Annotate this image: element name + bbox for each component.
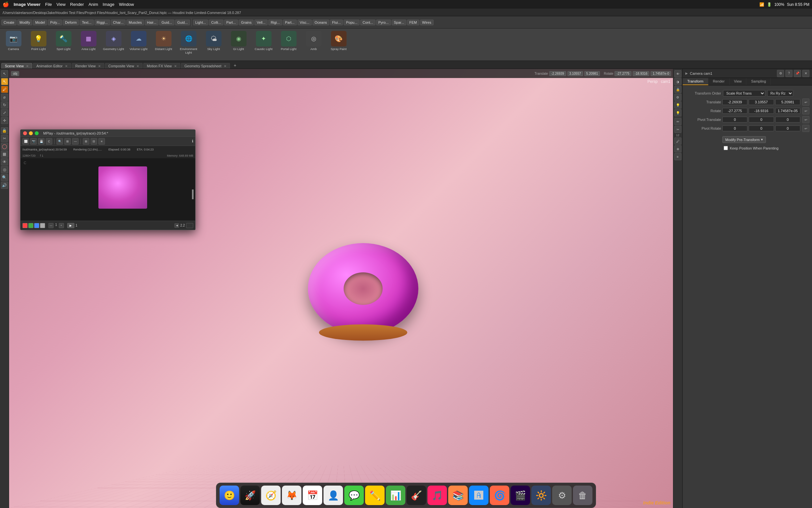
rotate-y[interactable]: -18.9316 xyxy=(633,71,649,76)
shelf-spotlight[interactable]: 🔦 Spot Light xyxy=(51,30,76,52)
btn-oceans[interactable]: Oceans xyxy=(313,19,329,25)
paint-tool[interactable]: 🖊 xyxy=(1,86,8,93)
mplay-quad[interactable]: ⊟ xyxy=(91,138,97,144)
btn-guid1[interactable]: Guid... xyxy=(159,19,174,25)
view-tool[interactable]: 👁 xyxy=(1,158,8,165)
shelf-camera[interactable]: 📷 Camera xyxy=(1,30,26,52)
btn-wires[interactable]: Wires xyxy=(420,19,434,25)
tab-scene-view[interactable]: Scene View ✕ xyxy=(1,63,32,69)
menu-file[interactable]: File xyxy=(45,2,52,7)
dock-firefox[interactable]: 🦊 xyxy=(282,485,301,505)
btn-part[interactable]: Part... xyxy=(224,19,238,25)
shelf-amb[interactable]: ◎ Amb xyxy=(301,30,326,52)
dock-lightroom[interactable]: 🔆 xyxy=(531,485,551,505)
translate-z[interactable]: 5.20981 xyxy=(584,71,600,76)
shelf-skylight[interactable]: 🌤 Sky Light xyxy=(201,30,226,52)
menu-view[interactable]: View xyxy=(56,2,65,7)
pivot-tz[interactable]: 0 xyxy=(775,117,800,123)
mplay-grey[interactable] xyxy=(40,223,45,228)
dock-frenzic[interactable]: 🌀 xyxy=(490,485,509,505)
mplay-step-fwd[interactable]: + xyxy=(59,223,64,228)
rotate-z-val[interactable]: 1.74587e-05 xyxy=(775,108,800,114)
dock-finder[interactable]: 🙂 xyxy=(220,485,239,505)
mplay-view-options[interactable] xyxy=(186,223,193,228)
pivot-rx[interactable]: 0 xyxy=(722,125,747,131)
menu-render[interactable]: Render xyxy=(70,2,84,7)
modify-pretransform-btn[interactable]: Modify Pre-Transform ▾ xyxy=(722,136,766,143)
vis-tool-10[interactable]: ⊕ xyxy=(674,145,681,153)
transform-order-dropdown[interactable]: Scale Rot Trans xyxy=(723,90,765,96)
curve-tool[interactable]: ◯ xyxy=(1,143,8,150)
btn-model[interactable]: Model xyxy=(33,19,47,25)
btn-vell[interactable]: Vell... xyxy=(254,19,268,25)
btn-grains[interactable]: Grains xyxy=(239,19,254,25)
dock-itunes[interactable]: 🎵 xyxy=(427,485,447,505)
translate-reset[interactable]: ↩ xyxy=(802,98,809,105)
handle-tool[interactable]: ✛ xyxy=(1,117,8,124)
shelf-arealight[interactable]: ▦ Area Light xyxy=(76,30,101,52)
btn-modify[interactable]: Modify xyxy=(17,19,32,25)
shelf-causticlight[interactable]: ✦ Caustic Light xyxy=(251,30,276,52)
translate-z-val[interactable]: 5.20981 xyxy=(775,99,800,105)
dock-messages[interactable]: 💬 xyxy=(344,485,364,505)
sculpt-tool[interactable]: ⌀ xyxy=(1,94,8,101)
dock-books[interactable]: 📚 xyxy=(448,485,468,505)
mplay-minimize[interactable] xyxy=(29,131,33,135)
vis-tool-9[interactable]: 🖊 xyxy=(674,137,681,144)
rotate-x[interactable]: -27.2775 xyxy=(615,71,631,76)
dock-photos[interactable]: ⚙ xyxy=(552,485,572,505)
tab-add[interactable]: + xyxy=(231,62,240,69)
zoom-in-tool[interactable]: 🔍 xyxy=(1,174,8,181)
pivot-rotate-reset[interactable]: ↩ xyxy=(802,125,809,132)
close-motion-fx[interactable]: ✕ xyxy=(174,65,177,68)
dock-sketch[interactable]: ✏️ xyxy=(365,485,385,505)
vis-tool-11[interactable]: ≡ xyxy=(674,153,681,160)
rotate-x-val[interactable]: -27.2775 xyxy=(722,108,747,114)
btn-fem[interactable]: FEM xyxy=(407,19,419,25)
shelf-geolight[interactable]: ◈ Geometry Light xyxy=(101,30,126,52)
dock-garageband[interactable]: 🎸 xyxy=(407,485,426,505)
mplay-blue[interactable] xyxy=(34,223,39,228)
props-pin[interactable]: 📌 xyxy=(794,70,801,77)
pivot-tx[interactable]: 0 xyxy=(722,117,747,123)
tab-composite-view[interactable]: Composite View ✕ xyxy=(105,63,143,69)
shelf-envlight[interactable]: 🌐 Environment Light xyxy=(176,30,201,55)
rot-order-dropdown[interactable]: Rx Ry Rz xyxy=(767,90,793,96)
vis-tool-7[interactable]: ✏ xyxy=(674,118,681,125)
mplay-green[interactable] xyxy=(28,223,34,228)
dock-numbers[interactable]: 📊 xyxy=(386,485,405,505)
close-render-view[interactable]: ✕ xyxy=(98,65,101,68)
btn-colli[interactable]: Colli... xyxy=(209,19,224,25)
props-help[interactable]: ? xyxy=(785,70,793,77)
apple-icon[interactable]: 🍎 xyxy=(3,1,9,7)
btn-rigi[interactable]: Rigi... xyxy=(268,19,282,25)
translate-x[interactable]: -2.26939 xyxy=(549,71,566,76)
rotate-z[interactable]: 1.74587e-0 xyxy=(651,71,671,76)
pivot-ry[interactable]: 0 xyxy=(749,125,774,131)
vp-camera-btn[interactable]: obj xyxy=(11,71,19,76)
btn-riggi[interactable]: Riggi... xyxy=(95,19,110,25)
vis-tool-1[interactable]: 👁 xyxy=(674,70,681,77)
vis-tool-4[interactable]: ⚙ xyxy=(674,94,681,101)
translate-y[interactable]: 3.10557 xyxy=(567,71,583,76)
btn-flui[interactable]: Flui... xyxy=(330,19,343,25)
dock-calendar[interactable]: 📅 xyxy=(303,485,322,505)
mplay-close[interactable] xyxy=(23,131,27,135)
close-composite-view[interactable]: ✕ xyxy=(136,65,139,68)
pivot-rz[interactable]: 0 xyxy=(775,125,800,131)
mplay-zoom-in[interactable]: 🔍 xyxy=(56,138,63,144)
menu-window[interactable]: Window xyxy=(119,2,134,7)
keep-position-checkbox[interactable] xyxy=(724,146,728,150)
knife-tool[interactable]: ✂ xyxy=(1,135,8,142)
mplay-play-speed[interactable]: ▶ xyxy=(67,223,75,228)
shelf-vollight[interactable]: ☁ Volume Light xyxy=(126,30,151,52)
mplay-maximize[interactable] xyxy=(35,131,39,135)
mplay-btn-2[interactable]: 📷 xyxy=(30,138,37,144)
btn-deform[interactable]: Deform xyxy=(63,19,79,25)
tab-render-view[interactable]: Render View ✕ xyxy=(72,63,104,69)
select-tool[interactable]: ↖ xyxy=(1,70,8,77)
props-tab-transform[interactable]: Transform xyxy=(683,78,708,85)
vis-tool-5[interactable]: 💡 xyxy=(674,101,681,109)
btn-popu[interactable]: Popu... xyxy=(344,19,360,25)
dock-launchpad[interactable]: 🚀 xyxy=(240,485,260,505)
